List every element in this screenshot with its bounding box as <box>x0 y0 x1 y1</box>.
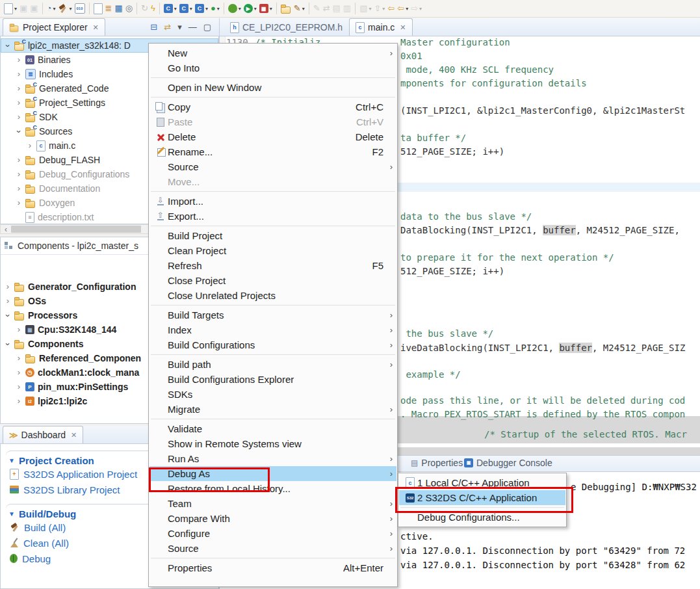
menu-item-build-project[interactable]: Build Project <box>149 228 396 243</box>
menu-item-new[interactable]: New› <box>149 46 396 60</box>
console-view-icon[interactable]: ▦ <box>113 1 123 16</box>
menu-item-build-targets[interactable]: Build Targets› <box>149 308 396 322</box>
link-with-editor-icon[interactable]: ⇄ <box>164 22 171 32</box>
menu-item-go-into[interactable]: Go Into <box>149 60 396 75</box>
tree-item-label: Project_Settings <box>39 98 105 108</box>
scrollbar-thumb[interactable] <box>11 226 141 233</box>
toolbar-separator <box>224 3 224 14</box>
menu-item-rename[interactable]: Rename...F2 <box>149 144 396 159</box>
new-cpp-file-icon[interactable]: C▾ <box>178 1 194 16</box>
project-context-menu: New›Go IntoOpen in New WindowCopyCtrl+CP… <box>148 43 398 587</box>
library-icon[interactable]: ≣ <box>104 1 114 16</box>
menu-item-label: Debug Configurations... <box>417 512 552 523</box>
columns-icon[interactable]: ▥ <box>342 1 352 16</box>
search-icon[interactable]: ◎ <box>124 1 134 16</box>
external-tools-icon[interactable]: ▦▾ <box>258 1 274 16</box>
code-fragment: to prepare it for the next operation */ <box>400 252 614 263</box>
menu-item-open-in-new-window[interactable]: Open in New Window <box>149 80 396 95</box>
tab-main-c[interactable]: cmain.c✕ <box>349 18 412 36</box>
menu-item-validate[interactable]: Validate <box>149 421 396 436</box>
new-wizard-icon[interactable]: ▾ <box>3 1 18 16</box>
menu-item-close-unrelated-projects[interactable]: Close Unrelated Projects <box>149 288 396 303</box>
menu-item-sdks[interactable]: SDKs <box>149 387 396 402</box>
menu-item-build-path[interactable]: Build path› <box>149 357 396 372</box>
menu-item-configure[interactable]: Configure› <box>149 526 396 541</box>
edit-icon[interactable]: ✎ <box>312 1 322 16</box>
link-icon[interactable]: ⇄ <box>322 1 331 16</box>
menu-item-move[interactable]: Move... <box>149 174 396 189</box>
menu-item-properties[interactable]: PropertiesAlt+Enter <box>149 560 396 575</box>
menu-item-show-in-remote-systems-view[interactable]: Show in Remote Systems view <box>149 436 396 451</box>
new-c-file-icon[interactable]: C▾ <box>162 1 178 16</box>
code-fragment: iveDataBlocking(INST_LPI2C1, buffer, M24… <box>400 343 685 353</box>
menu-item-run-as[interactable]: Run As› <box>149 451 396 466</box>
run-icon[interactable]: ▶▾ <box>242 1 258 16</box>
menu-item-compare-with[interactable]: Compare With› <box>149 511 396 526</box>
close-icon[interactable]: ✕ <box>93 23 99 32</box>
tree-item-label: OSs <box>28 296 46 306</box>
clean-icon <box>10 538 19 547</box>
menu-item-delete[interactable]: DeleteDelete <box>149 129 396 144</box>
menu-item-export[interactable]: ⇧Export... <box>149 209 396 224</box>
binary-icon[interactable]: 010 <box>73 1 86 16</box>
new-c-project-icon[interactable]: C▾ <box>194 1 209 16</box>
previous-annotation-icon[interactable]: ⇧▾ <box>372 1 386 16</box>
expand-arrow-icon: › <box>16 83 22 93</box>
menu-item-build-configurations-explorer[interactable]: Build Configurations Explorer <box>149 372 396 387</box>
forward-icon[interactable]: ⇨▾ <box>409 1 423 16</box>
menu-item-refresh[interactable]: RefreshF5 <box>149 258 396 273</box>
mark-occurrences-icon: ✎ <box>294 3 301 14</box>
expand-arrow-icon: › <box>16 55 22 64</box>
menu-item-label: Compare With <box>168 513 383 524</box>
minimize-icon[interactable]: — <box>188 22 197 32</box>
refresh-icon[interactable]: ↻ <box>140 1 149 16</box>
menu-item-close-project[interactable]: Close Project <box>149 273 396 288</box>
tab-dashboard[interactable]: ≫ Dashboard ✕ <box>3 426 83 443</box>
components-title: Components - lpi2c_master_s <box>18 241 138 251</box>
menu-item-label: Build Targets <box>168 309 383 321</box>
expand-arrow-icon: › <box>16 69 22 79</box>
next-annotation-icon[interactable]: ▧▾ <box>358 1 372 16</box>
tab-properties[interactable]: ▤Properties <box>411 458 463 468</box>
debug-icon[interactable]: ▾ <box>227 1 242 16</box>
maximize-icon[interactable]: ▢ <box>203 22 211 32</box>
tab-ce-lpi2c0-eeprom-h[interactable]: hCE_LPI2C0_EEPROM.h <box>224 18 349 36</box>
debug-config-icon[interactable]: ◔▾ <box>45 1 57 16</box>
scroll-left-icon[interactable]: ‹ <box>1 225 11 234</box>
tab-label: Properties <box>421 458 463 468</box>
menu-item-team[interactable]: Team› <box>149 496 396 511</box>
menu-item-source[interactable]: Source› <box>149 159 396 174</box>
menu-item-label: Build Project <box>168 230 383 241</box>
build-icon[interactable]: ▾ <box>57 1 73 16</box>
forward-icon: ⇨ <box>411 3 418 14</box>
dropdown-caret-icon: ▾ <box>302 6 305 12</box>
menu-shortcut: Alt+Enter <box>343 562 383 573</box>
menu-item-copy[interactable]: CopyCtrl+C <box>149 99 396 114</box>
close-icon[interactable]: ✕ <box>71 431 77 439</box>
collapse-all-icon[interactable]: ⊟ <box>150 22 157 32</box>
tab-project-explorer[interactable]: Project Explorer ✕ <box>3 18 105 36</box>
tab-debugger-console[interactable]: ▣Debugger Console <box>464 458 552 468</box>
menu-shortcut: F5 <box>372 260 383 271</box>
lightning-icon[interactable]: ϟ <box>149 1 157 16</box>
last-edit-location-icon[interactable]: ⇦ <box>386 1 396 16</box>
back-icon[interactable]: ⇦▾ <box>396 1 409 16</box>
menu-item-build-configurations[interactable]: Build Configurations› <box>149 337 396 352</box>
binary-icon: 010 <box>75 3 85 14</box>
menu-item-source[interactable]: Source› <box>149 541 396 556</box>
mark-occurrences-icon[interactable]: ✎▾ <box>292 1 306 16</box>
save-all-icon[interactable]: ▣ <box>29 1 39 16</box>
save-icon[interactable]: ▣ <box>18 1 29 16</box>
menu-item-index[interactable]: Index› <box>149 322 396 337</box>
show-doc-icon[interactable]: ▤ <box>331 1 342 16</box>
menu-item-paste[interactable]: PasteCtrl+V <box>149 114 396 129</box>
coverage-icon[interactable]: ●▾ <box>209 1 221 16</box>
menu-item-migrate[interactable]: Migrate› <box>149 402 396 417</box>
menu-separator <box>151 226 395 226</box>
menu-item-import[interactable]: ⇩Import... <box>149 194 396 209</box>
open-element-icon[interactable] <box>279 1 292 16</box>
view-menu-icon[interactable]: ▾ <box>177 22 182 32</box>
menu-item-label: Index <box>168 324 383 335</box>
menu-item-clean-project[interactable]: Clean Project <box>149 243 396 258</box>
new-source-icon[interactable] <box>92 1 104 16</box>
